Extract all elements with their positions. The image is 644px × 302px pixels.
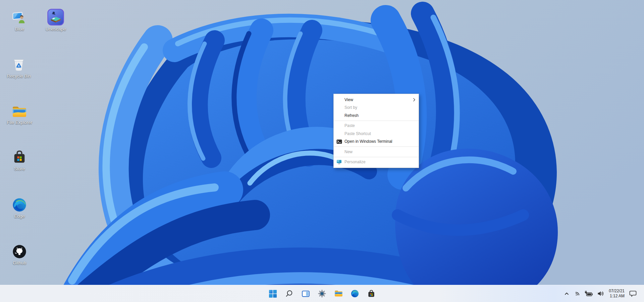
file-explorer-button[interactable] [332, 287, 345, 300]
desktop-icon-label: Unescape [46, 27, 66, 32]
speaker-icon [597, 291, 604, 297]
menu-item-label: Refresh [344, 113, 359, 118]
desktop-icon-blue[interactable]: Blue [6, 9, 33, 32]
menu-separator [334, 121, 419, 121]
menu-item-refresh[interactable]: Refresh [334, 112, 419, 120]
desktop-icon-label: Recycle Bin [7, 74, 31, 79]
system-tray: 07/22/21 1:12 AM [564, 285, 644, 302]
store-bag-icon [12, 149, 27, 165]
desktop-icon-label: Blue [15, 27, 24, 32]
menu-item-view[interactable]: View [334, 96, 419, 104]
settings-gear-icon [318, 289, 326, 298]
network-tray-button[interactable] [573, 290, 580, 297]
user-monitor-icon [12, 9, 27, 26]
search-icon [285, 290, 293, 298]
desktop-icon-unescape[interactable]: Unescape [43, 9, 69, 32]
taskbar: 07/22/21 1:12 AM [0, 285, 644, 302]
task-view-button[interactable] [299, 287, 312, 300]
chevron-up-icon [564, 292, 569, 296]
context-menu: View Sort by Refresh Paste Paste Shortcu… [333, 94, 419, 168]
desktop-icon-recycle-bin[interactable]: Recycle Bin [6, 56, 32, 79]
folder-icon [11, 105, 28, 119]
menu-item-new[interactable]: New [334, 148, 419, 156]
desktop-icon-label: File Explorer [7, 120, 32, 126]
settings-button[interactable] [315, 287, 329, 300]
store-button[interactable] [365, 287, 378, 300]
desktop-icon-label: Store [14, 166, 25, 172]
desktop-icon-file-explorer[interactable]: File Explorer [6, 105, 33, 126]
menu-item-label: Sort by [344, 105, 357, 110]
menu-item-paste-shortcut[interactable]: Paste Shortcut [334, 130, 419, 138]
github-icon [12, 244, 27, 259]
menu-item-label: Paste Shortcut [344, 131, 371, 136]
menu-separator [334, 157, 419, 157]
windows-start-icon [269, 290, 277, 298]
store-bag-icon [367, 289, 376, 298]
windows-terminal-icon [336, 139, 342, 144]
menu-item-label: New [344, 149, 353, 154]
battery-tray-button[interactable] [584, 291, 593, 297]
menu-item-personalize[interactable]: Personalize [334, 158, 419, 166]
edge-button[interactable] [348, 287, 362, 300]
menu-separator [334, 146, 419, 147]
menu-item-sort-by[interactable]: Sort by [334, 104, 419, 112]
tray-date: 07/22/21 [609, 289, 625, 294]
edge-icon [12, 197, 27, 213]
submenu-chevron-icon [413, 98, 416, 102]
desktop-icon-label: Github [13, 260, 26, 266]
edge-icon [351, 289, 359, 298]
menu-item-label: Open in Windows Terminal [344, 139, 392, 144]
desktop-icon-github[interactable]: Github [6, 244, 33, 266]
personalize-icon [336, 159, 342, 165]
search-button[interactable] [282, 287, 296, 300]
task-view-icon [302, 290, 310, 298]
notification-bubble-icon [629, 290, 637, 297]
menu-item-label: Paste [344, 123, 355, 128]
tray-time: 1:12 AM [609, 294, 625, 299]
menu-item-label: Personalize [344, 160, 366, 164]
hidden-icons-chevron-button[interactable] [564, 292, 569, 296]
menu-item-paste[interactable]: Paste [334, 122, 419, 130]
notification-center-button[interactable] [629, 290, 637, 297]
wallpaper-bloom [0, 0, 644, 302]
wifi-icon [573, 290, 580, 297]
recycle-bin-icon [11, 56, 26, 73]
volume-tray-button[interactable] [597, 291, 604, 297]
folder-icon [334, 290, 343, 298]
desktop-icon-label: Edge [14, 214, 25, 219]
menu-item-open-in-windows-terminal[interactable]: Open in Windows Terminal [334, 138, 419, 146]
battery-charging-icon [584, 291, 593, 297]
desktop-icon-edge[interactable]: Edge [6, 197, 33, 219]
start-button[interactable] [266, 287, 279, 300]
desktop-icon-store[interactable]: Store [6, 149, 33, 172]
windows-desktop: Blue Unescape Recycle Bin [0, 0, 644, 302]
taskbar-clock[interactable]: 07/22/21 1:12 AM [609, 289, 625, 299]
taskbar-center-buttons [266, 285, 378, 302]
unescape-app-icon [47, 9, 64, 26]
menu-item-label: View [344, 97, 353, 102]
